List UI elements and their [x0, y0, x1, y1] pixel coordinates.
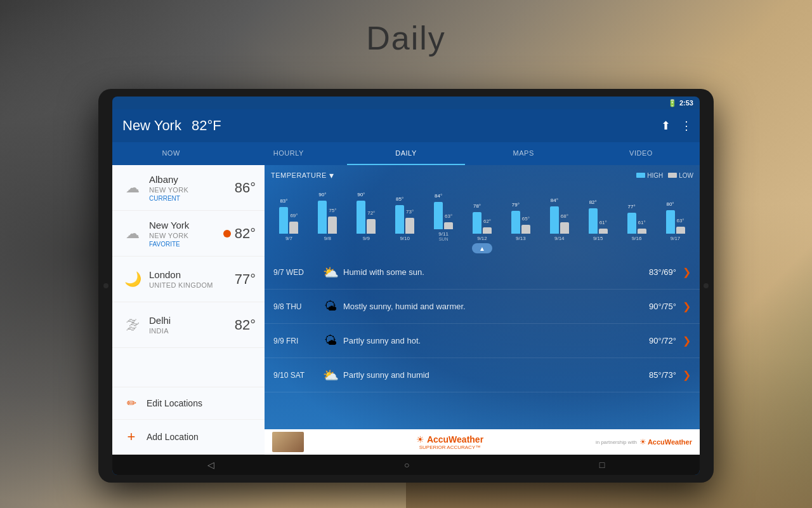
bar-low-label-9/14: 68° [561, 213, 568, 219]
edit-locations-button[interactable]: ✏ Edit Locations [112, 387, 265, 420]
legend-high-box [636, 173, 645, 178]
bar-group-9/12: 78°62°9/12 [464, 192, 501, 241]
bar-date-9/7: 9/7 [285, 236, 292, 241]
bar-low-9/12: 62° [483, 227, 492, 234]
daily-desc-2: Partly sunny and hot. [343, 336, 649, 345]
daily-icon-0: ⛅ [318, 265, 343, 280]
edit-locations-label: Edit Locations [147, 398, 202, 408]
bar-high-9/9: 90° [357, 201, 365, 234]
scroll-up-button[interactable]: ▲ [472, 243, 492, 253]
bar-group-9/13: 79°65°9/13 [502, 192, 539, 241]
daily-forecast-list: 9/7 WED⛅Humid with some sun.83°/69°❯9/8 … [265, 255, 700, 429]
bar-low-9/15: 61° [599, 229, 608, 234]
daily-desc-0: Humid with some sun. [343, 267, 649, 277]
location-temp-delhi: 82° [235, 317, 256, 333]
daily-row-1[interactable]: 9/8 THU🌤Mostly sunny, humid and warmer.9… [265, 290, 700, 324]
location-name-albany: Albany [149, 174, 235, 185]
bar-low-9/17: 63° [676, 227, 685, 234]
bar-group-9/17: 80°63°9/17 [657, 192, 693, 241]
menu-icon[interactable]: ⋮ [681, 119, 692, 133]
chart-label: TEMPERATURE [271, 171, 327, 179]
bar-group-9/8: 90°75°9/8 [310, 192, 346, 241]
bar-high-9/8: 90° [318, 201, 327, 234]
daily-row-2[interactable]: 9/9 FRI🌤Partly sunny and hot.90°/72°❯ [265, 324, 700, 358]
accu-partnership: in partnership with [596, 439, 637, 445]
daily-row-3[interactable]: 9/10 SAT⛅Partly sunny and humid85°/73°❯ [265, 358, 700, 392]
legend-low-box [668, 173, 677, 178]
location-region-delhi: INDIA [149, 327, 235, 335]
back-button[interactable]: ◁ [207, 460, 214, 470]
bar-low-9/13: 65° [521, 225, 530, 234]
bar-date-9/10: 9/10 [400, 236, 410, 241]
location-item-delhi[interactable]: 🌫 Delhi INDIA 82° [112, 302, 265, 348]
daily-arrow-1[interactable]: ❯ [683, 300, 691, 312]
bar-high-9/17: 80° [666, 210, 675, 234]
daily-row-0[interactable]: 9/7 WED⛅Humid with some sun.83°/69°❯ [265, 255, 700, 290]
tablet-frame: 🔋 2:53 New York 82°F ⬆ ⋮ NOW HOURLY DAIL… [98, 89, 714, 483]
bar-high-9/7: 83° [279, 207, 288, 234]
chart-legend: HIGH LOW [636, 172, 693, 179]
bar-high-label-9/10: 85° [396, 196, 403, 202]
bar-low-label-9/7: 69° [290, 213, 298, 218]
location-item-london[interactable]: 🌙 London UNITED KINGDOM 77° [112, 257, 265, 302]
bar-low-9/14: 68° [560, 222, 569, 234]
chart-area: TEMPERATURE ▾ HIGH LOW [265, 165, 700, 241]
bar-high-label-9/16: 77° [628, 204, 636, 210]
location-item-newyork[interactable]: ☁ New York NEW YORK FAVORITE 82° [112, 211, 265, 257]
bar-high-label-9/15: 82° [589, 199, 597, 205]
location-info-albany: Albany NEW YORK CURRENT [149, 174, 235, 202]
location-name-newyork: New York [149, 220, 223, 231]
daily-temps-0: 83°/69° [649, 267, 676, 277]
location-name-delhi: Delhi [149, 315, 235, 326]
home-button[interactable]: ○ [404, 460, 409, 470]
tab-daily[interactable]: DAILY [347, 142, 464, 165]
page-title: Daily [366, 19, 446, 57]
daily-arrow-3[interactable]: ❯ [683, 369, 691, 381]
tab-hourly[interactable]: HOURLY [230, 142, 347, 165]
add-location-button[interactable]: + Add Location [112, 420, 265, 455]
nav-tabs: NOW HOURLY DAILY MAPS VIDEO [112, 142, 700, 165]
bar-low-label-9/9: 72° [367, 210, 375, 216]
location-name-london: London [149, 269, 235, 280]
bar-group-9/16: 77°61°9/16 [619, 192, 655, 241]
bar-date-9/17: 9/17 [671, 236, 681, 241]
bar-high-9/11: 84° [434, 202, 443, 230]
recents-button[interactable]: □ [599, 460, 605, 470]
alert-dot-newyork [223, 230, 231, 237]
accuweather-banner: ☀ AccuWeather SUPERIOR ACCURACY™ in part… [265, 429, 700, 455]
bar-high-label-9/11: 84° [435, 193, 442, 199]
daily-temps-1: 90°/75° [649, 302, 676, 311]
legend-high-label: HIGH [647, 172, 663, 179]
bar-low-9/10: 73° [405, 218, 414, 234]
tab-now[interactable]: NOW [112, 142, 230, 165]
daily-temps-2: 90°/72° [649, 336, 676, 345]
bottom-nav-bar: ◁ ○ □ [112, 455, 700, 475]
daily-arrow-2[interactable]: ❯ [683, 335, 691, 347]
bar-high-label-9/8: 90° [318, 192, 326, 197]
bar-low-9/11: 63° [444, 222, 453, 229]
bar-date-9/16: 9/16 [632, 236, 642, 241]
app-screen: 🔋 2:53 New York 82°F ⬆ ⋮ NOW HOURLY DAIL… [112, 97, 700, 475]
daily-desc-1: Mostly sunny, humid and warmer. [343, 302, 649, 311]
tablet-camera-left [103, 283, 108, 288]
location-info-newyork: New York NEW YORK FAVORITE [149, 220, 223, 248]
bar-date-9/9: 9/9 [363, 236, 370, 241]
bar-group-9/15: 82°61°9/15 [580, 192, 616, 241]
scroll-indicator: ▲ [265, 241, 700, 255]
daily-icon-1: 🌤 [318, 299, 343, 314]
location-item-albany[interactable]: ☁ Albany NEW YORK CURRENT 86° [112, 165, 265, 211]
bar-high-label-9/7: 83° [280, 198, 287, 204]
bar-high-9/10: 85° [395, 205, 404, 234]
bar-low-label-9/8: 75° [329, 208, 336, 213]
tab-maps[interactable]: MAPS [465, 142, 582, 165]
location-temp-london: 77° [235, 271, 256, 288]
bar-high-9/13: 79° [511, 211, 520, 234]
tab-video[interactable]: VIDEO [582, 142, 700, 165]
share-icon[interactable]: ⬆ [661, 119, 671, 133]
app-header: New York 82°F ⬆ ⋮ [112, 109, 700, 142]
bar-group-9/7: 83°69°9/7 [271, 192, 307, 241]
chart-dropdown-arrow[interactable]: ▾ [329, 170, 334, 180]
bar-high-9/16: 77° [627, 213, 636, 234]
bar-low-label-9/15: 61° [599, 220, 607, 225]
daily-arrow-0[interactable]: ❯ [683, 266, 691, 278]
